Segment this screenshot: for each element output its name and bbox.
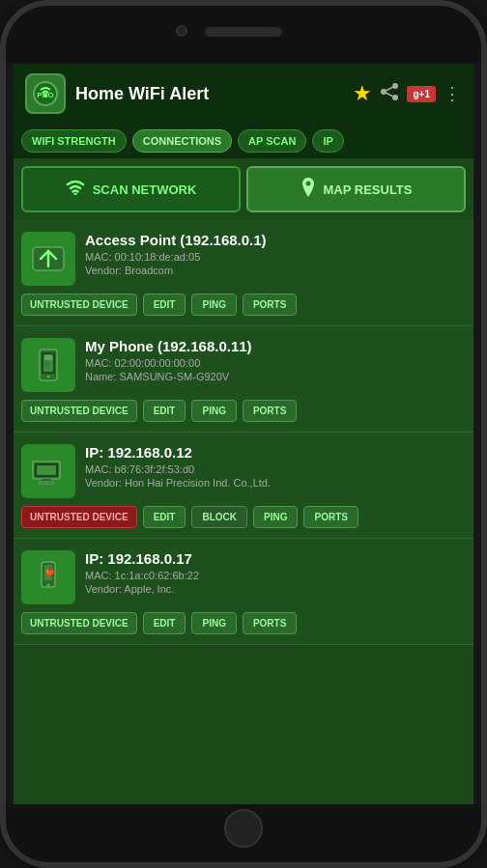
edit-button-2[interactable]: EDIT [143,506,186,528]
more-options-icon[interactable]: ⋮ [444,83,462,104]
device-top-3: 🍎 IP: 192.168.0.17 MAC: 1c:1a:c0:62:6b:2… [21,550,466,604]
app-header: PRO Home WiFi Alert ★ [14,64,473,124]
svg-point-2 [43,94,47,98]
tab-connections[interactable]: CONNECTIONS [132,129,232,153]
ports-button-2[interactable]: PORTS [303,506,358,528]
svg-rect-24 [38,466,55,474]
untrusted-button-1[interactable]: UNTRUSTED DEVICE [21,400,137,422]
device-card-2: IP: 192.168.0.12 MAC: b8:76:3f:2f:53:d0 … [14,433,473,539]
ping-button-3[interactable]: PING [191,612,236,634]
untrusted-button-0[interactable]: UNTRUSTED DEVICE [21,294,137,316]
device-mac-2: MAC: b8:76:3f:2f:53:d0 [85,463,466,475]
device-actions-2: UNTRUSTED DEVICE EDIT BLOCK PING PORTS [21,506,466,528]
svg-line-6 [384,86,395,92]
device-mac-0: MAC: 00:10:18:de:ad:05 [85,251,466,263]
device-mac-3: MAC: 1c:1a:c0:62:6b:22 [85,570,466,581]
tab-bar: WIFI STRENGTH CONNECTIONS AP SCAN IP [14,124,473,158]
svg-rect-16 [44,361,48,363]
svg-line-7 [384,92,395,98]
device-icon-1 [21,338,75,392]
device-top-0: Access Point (192.168.0.1) MAC: 00:10:18… [21,232,466,286]
svg-point-9 [305,182,310,186]
svg-rect-18 [44,366,49,368]
device-icon-0 [21,232,75,286]
gplus-button[interactable]: g+1 [407,86,436,102]
header-icons: ★ g+1 ⋮ [353,81,462,106]
block-button-2[interactable]: BLOCK [191,506,247,528]
svg-rect-23 [39,482,54,484]
device-name-1: My Phone (192.168.0.11) [85,338,466,354]
app-title: Home WiFi Alert [75,84,343,104]
device-vendor-3: Vendor: Apple, Inc. [85,583,466,595]
edit-button-1[interactable]: EDIT [143,400,186,422]
device-vendor-2: Vendor: Hon Hai Precision Ind. Co.,Ltd. [85,477,466,489]
edit-button-0[interactable]: EDIT [143,294,186,316]
screen: PRO Home WiFi Alert ★ [14,64,473,804]
ports-button-0[interactable]: PORTS [243,294,297,316]
ping-button-2[interactable]: PING [253,506,298,528]
device-icon-3: 🍎 [21,550,75,604]
device-actions-1: UNTRUSTED DEVICE EDIT PING PORTS [21,400,466,422]
svg-point-8 [73,193,76,196]
ping-button-0[interactable]: PING [191,294,236,316]
tab-ap-scan[interactable]: AP SCAN [238,129,306,153]
device-top-2: IP: 192.168.0.12 MAC: b8:76:3f:2f:53:d0 … [21,444,466,498]
app-icon: PRO [25,73,66,114]
svg-point-28 [47,584,50,587]
ports-button-3[interactable]: PORTS [243,612,297,634]
device-name-0: Access Point (192.168.0.1) [85,232,466,248]
device-info-3: IP: 192.168.0.17 MAC: 1c:1a:c0:62:6b:22 … [85,550,466,595]
device-top-1: My Phone (192.168.0.11) MAC: 02:00:00:00… [21,338,466,392]
device-list: Access Point (192.168.0.1) MAC: 00:10:18… [14,220,473,801]
share-icon[interactable] [380,83,399,105]
untrusted-button-2[interactable]: UNTRUSTED DEVICE [21,506,137,528]
scan-network-button[interactable]: SCAN NETWORK [21,166,241,212]
map-pin-icon [301,178,316,201]
svg-rect-17 [44,364,50,366]
tab-wifi-strength[interactable]: WIFI STRENGTH [21,129,127,153]
tab-ip[interactable]: IP [312,129,343,153]
device-info-0: Access Point (192.168.0.1) MAC: 00:10:18… [85,232,466,276]
star-icon[interactable]: ★ [353,81,372,106]
device-icon-2 [21,444,75,498]
device-vendor-0: Vendor: Broadcom [85,265,466,276]
camera [176,25,187,37]
device-mac-1: MAC: 02:00:00:00:00:00 [85,357,466,369]
edit-button-3[interactable]: EDIT [143,612,186,634]
map-results-button[interactable]: MAP RESULTS [246,166,466,212]
device-actions-3: UNTRUSTED DEVICE EDIT PING PORTS [21,612,466,634]
wifi-icon [66,180,85,199]
phone-frame: PRO Home WiFi Alert ★ [0,0,487,868]
device-vendor-1: Name: SAMSUNG-SM-G920V [85,371,466,382]
home-button[interactable] [224,809,263,848]
device-card-1: My Phone (192.168.0.11) MAC: 02:00:00:00… [14,326,473,433]
device-info-2: IP: 192.168.0.12 MAC: b8:76:3f:2f:53:d0 … [85,444,466,489]
svg-point-14 [47,376,50,378]
map-label: MAP RESULTS [324,182,413,197]
speaker [205,27,282,37]
device-card-0: Access Point (192.168.0.1) MAC: 00:10:18… [14,220,473,326]
svg-text:🍎: 🍎 [45,567,55,576]
untrusted-button-3[interactable]: UNTRUSTED DEVICE [21,612,137,634]
device-info-1: My Phone (192.168.0.11) MAC: 02:00:00:00… [85,338,466,382]
scan-label: SCAN NETWORK [93,182,197,197]
device-name-3: IP: 192.168.0.17 [85,550,466,567]
device-name-2: IP: 192.168.0.12 [85,444,466,461]
device-card-3: 🍎 IP: 192.168.0.17 MAC: 1c:1a:c0:62:6b:2… [14,539,473,645]
ping-button-1[interactable]: PING [191,400,236,422]
ports-button-1[interactable]: PORTS [243,400,297,422]
action-bar: SCAN NETWORK MAP RESULTS [14,158,473,220]
device-actions-0: UNTRUSTED DEVICE EDIT PING PORTS [21,294,466,316]
svg-rect-15 [44,355,52,360]
